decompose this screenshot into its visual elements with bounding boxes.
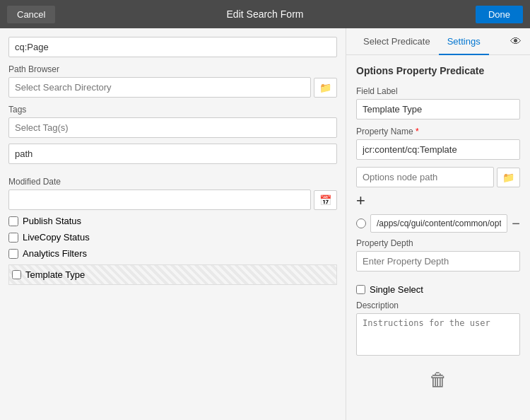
- field-label-label: Field Label: [356, 86, 520, 96]
- cancel-button[interactable]: Cancel: [7, 6, 55, 23]
- modified-date-row: 📅: [8, 189, 337, 210]
- options-node-row: 📁: [356, 167, 520, 187]
- option-path-input[interactable]: [370, 214, 507, 233]
- property-depth-label: Property Depth: [356, 238, 520, 248]
- analytics-filters-label: Analytics Filters: [23, 248, 87, 259]
- path-browser-row: 📁: [8, 77, 337, 98]
- field-label-input[interactable]: [356, 99, 520, 119]
- livecopy-status-label: LiveCopy Status: [23, 232, 90, 243]
- property-name-label: Property Name *: [356, 127, 520, 136]
- left-panel: Path Browser 📁 Tags Modified Date 📅 Publ…: [0, 28, 346, 420]
- single-select-checkbox[interactable]: [356, 285, 365, 294]
- tab-select-predicate[interactable]: Select Predicate: [355, 29, 439, 55]
- path-browser-input[interactable]: [8, 77, 311, 98]
- header-title: Edit Search Form: [227, 8, 304, 20]
- option-entry: −: [356, 214, 520, 233]
- tags-label: Tags: [8, 105, 337, 115]
- livecopy-status-checkbox[interactable]: [8, 233, 18, 243]
- main-content: Path Browser 📁 Tags Modified Date 📅 Publ…: [0, 28, 530, 420]
- path-input[interactable]: [8, 144, 337, 164]
- publish-status-checkbox[interactable]: [8, 216, 18, 226]
- done-button[interactable]: Done: [476, 6, 523, 23]
- section-title: Options Property Predicate: [356, 65, 520, 76]
- tab-settings[interactable]: Settings: [439, 29, 489, 55]
- tags-input[interactable]: [8, 117, 337, 138]
- cq-page-input[interactable]: [8, 37, 337, 57]
- right-panel: Select Predicate Settings 👁 Options Prop…: [346, 28, 530, 420]
- option-radio[interactable]: [356, 218, 366, 228]
- description-textarea[interactable]: [356, 313, 520, 356]
- modified-date-input[interactable]: [8, 189, 311, 210]
- analytics-filters-row: Analytics Filters: [8, 248, 337, 259]
- options-node-folder-btn[interactable]: 📁: [497, 168, 520, 187]
- property-depth-input[interactable]: [356, 251, 520, 272]
- property-depth-section: Property Depth: [356, 238, 520, 279]
- path-browser-label: Path Browser: [8, 64, 337, 74]
- path-browser-folder-btn[interactable]: 📁: [314, 78, 337, 98]
- right-content: Options Property Predicate Field Label P…: [346, 55, 530, 401]
- description-label: Description: [356, 301, 520, 310]
- options-node-path-input[interactable]: [356, 167, 494, 187]
- property-name-input[interactable]: [356, 139, 520, 160]
- required-marker: *: [416, 127, 419, 136]
- tabs-row: Select Predicate Settings 👁: [346, 28, 530, 55]
- tabs-left: Select Predicate Settings: [355, 29, 489, 54]
- modified-date-label: Modified Date: [8, 177, 337, 187]
- publish-status-label: Publish Status: [23, 216, 81, 226]
- trash-container: 🗑: [356, 369, 520, 391]
- remove-option-btn[interactable]: −: [512, 216, 520, 232]
- livecopy-status-row: LiveCopy Status: [8, 232, 337, 243]
- add-option-btn[interactable]: +: [356, 192, 365, 210]
- trash-button[interactable]: 🗑: [429, 369, 447, 391]
- publish-status-row: Publish Status: [8, 216, 337, 226]
- template-type-checkbox[interactable]: [12, 270, 21, 279]
- calendar-btn[interactable]: 📅: [314, 190, 337, 210]
- single-select-label: Single Select: [370, 284, 423, 295]
- eye-icon[interactable]: 👁: [510, 35, 522, 48]
- analytics-filters-checkbox[interactable]: [8, 249, 18, 259]
- header: Cancel Edit Search Form Done: [0, 0, 530, 28]
- single-select-row: Single Select: [356, 284, 520, 295]
- template-type-row: Template Type: [8, 264, 337, 285]
- template-type-label: Template Type: [25, 269, 85, 280]
